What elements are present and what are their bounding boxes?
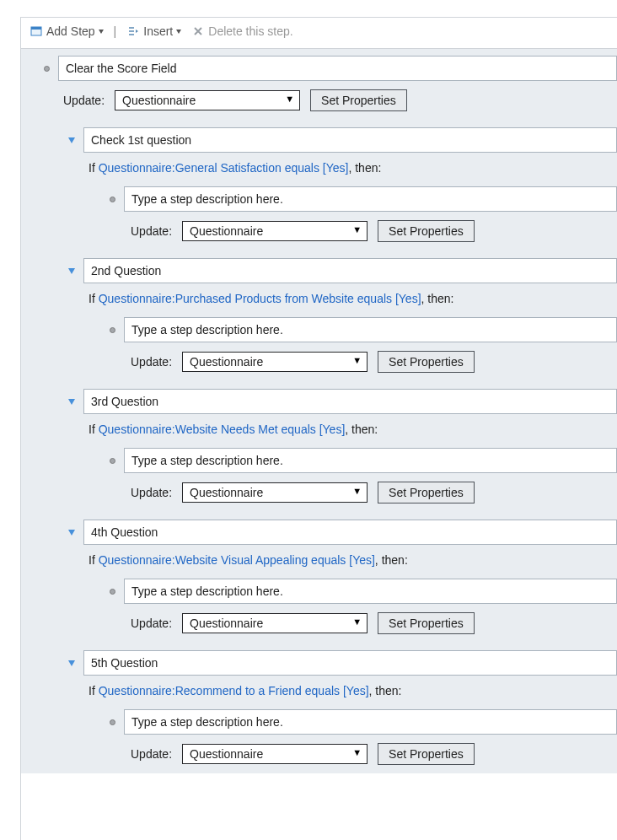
set-properties-label: Set Properties bbox=[389, 617, 464, 630]
set-properties-button[interactable]: Set Properties bbox=[310, 89, 407, 111]
condition-row: If Questionnaire:Website Visual Appealin… bbox=[21, 545, 617, 572]
expand-icon[interactable] bbox=[67, 527, 77, 537]
condition-header[interactable]: 4th Question bbox=[21, 520, 617, 545]
entity-select-value: Questionnaire bbox=[190, 486, 263, 499]
step-description-input[interactable]: Clear the Score Field bbox=[58, 56, 617, 81]
insert-label: Insert bbox=[143, 24, 173, 38]
question-section: 4th Question If Questionnaire:Website Vi… bbox=[21, 512, 617, 643]
question-section: 2nd Question If Questionnaire:Purchased … bbox=[21, 250, 617, 381]
update-label: Update: bbox=[63, 94, 105, 107]
step-description-placeholder: Type a step description here. bbox=[131, 584, 283, 598]
entity-select[interactable]: Questionnaire ▼ bbox=[182, 221, 368, 241]
if-prefix: If bbox=[89, 161, 99, 175]
condition-title-input[interactable]: 4th Question bbox=[83, 520, 617, 545]
condition-row: If Questionnaire:Website Needs Met equal… bbox=[21, 414, 617, 441]
condition-title-input[interactable]: 3rd Question bbox=[83, 389, 617, 414]
delete-icon bbox=[191, 24, 205, 38]
condition-row: If Questionnaire:Purchased Products from… bbox=[21, 283, 617, 310]
step-description-placeholder: Type a step description here. bbox=[131, 323, 283, 337]
add-step-button[interactable]: Add Step bbox=[26, 23, 107, 40]
expand-icon[interactable] bbox=[67, 658, 77, 668]
set-properties-button[interactable]: Set Properties bbox=[378, 220, 475, 242]
entity-select[interactable]: Questionnaire ▼ bbox=[182, 744, 368, 764]
step-description-input[interactable]: Type a step description here. bbox=[124, 448, 617, 473]
update-row: Update: Questionnaire ▼ Set Properties bbox=[21, 473, 617, 512]
entity-select-value: Questionnaire bbox=[190, 355, 263, 369]
step-description-input[interactable]: Type a step description here. bbox=[124, 709, 617, 735]
condition-link[interactable]: Questionnaire:Website Needs Met equals [… bbox=[99, 423, 346, 436]
update-row: Update: Questionnaire ▼ Set Properties bbox=[21, 212, 617, 250]
update-row: Update: Questionnaire ▼ Set Properties bbox=[21, 604, 617, 643]
set-properties-button[interactable]: Set Properties bbox=[378, 351, 475, 373]
step-row[interactable]: Type a step description here. bbox=[21, 709, 617, 735]
steps-area: Clear the Score Field Update: Questionna… bbox=[21, 48, 617, 773]
step-row[interactable]: Type a step description here. bbox=[21, 186, 617, 212]
expand-icon[interactable] bbox=[67, 396, 77, 407]
step-description-input[interactable]: Type a step description here. bbox=[124, 186, 617, 212]
step-row[interactable]: Type a step description here. bbox=[21, 317, 617, 342]
entity-select[interactable]: Questionnaire ▼ bbox=[182, 352, 368, 372]
svg-rect-1 bbox=[31, 27, 41, 30]
delete-step-button[interactable]: Delete this step. bbox=[188, 23, 296, 40]
page-icon bbox=[30, 24, 43, 38]
bullet-icon bbox=[107, 194, 117, 204]
update-label: Update: bbox=[131, 486, 172, 499]
if-prefix: If bbox=[89, 292, 99, 305]
condition-link[interactable]: Questionnaire:General Satisfaction equal… bbox=[99, 161, 349, 175]
question-section: 3rd Question If Questionnaire:Website Ne… bbox=[21, 381, 617, 512]
insert-button[interactable]: Insert bbox=[123, 23, 185, 40]
step-description-placeholder: Type a step description here. bbox=[131, 192, 283, 206]
chevron-down-icon bbox=[176, 30, 181, 34]
entity-select-value: Questionnaire bbox=[122, 94, 196, 107]
step-description-input[interactable]: Type a step description here. bbox=[124, 579, 617, 604]
then-suffix: , then: bbox=[348, 161, 381, 175]
toolbar: Add Step | Insert Delete this step. bbox=[21, 18, 617, 48]
step-row[interactable]: Type a step description here. bbox=[21, 579, 617, 604]
condition-header[interactable]: Check 1st question bbox=[21, 127, 617, 153]
expand-icon[interactable] bbox=[67, 266, 77, 276]
entity-select[interactable]: Questionnaire ▼ bbox=[182, 613, 368, 633]
condition-title-value: 4th Question bbox=[91, 525, 158, 539]
condition-link[interactable]: Questionnaire:Website Visual Appealing e… bbox=[99, 553, 375, 567]
set-properties-button[interactable]: Set Properties bbox=[378, 612, 475, 634]
condition-title-value: 3rd Question bbox=[91, 395, 158, 408]
entity-select[interactable]: Questionnaire ▼ bbox=[115, 90, 300, 110]
set-properties-label: Set Properties bbox=[389, 747, 464, 761]
set-properties-label: Set Properties bbox=[389, 224, 464, 238]
set-properties-button[interactable]: Set Properties bbox=[378, 743, 475, 765]
condition-link[interactable]: Questionnaire:Purchased Products from We… bbox=[99, 292, 421, 305]
workflow-editor: Add Step | Insert Delete this step. Clea… bbox=[20, 17, 617, 840]
bullet-icon bbox=[41, 63, 51, 73]
chevron-down-icon: ▼ bbox=[352, 355, 362, 365]
step-row[interactable]: Type a step description here. bbox=[21, 448, 617, 473]
entity-select-value: Questionnaire bbox=[190, 617, 263, 630]
chevron-down-icon: ▼ bbox=[352, 617, 362, 627]
bullet-icon bbox=[107, 325, 117, 335]
condition-header[interactable]: 2nd Question bbox=[21, 258, 617, 283]
condition-title-value: Check 1st question bbox=[91, 133, 191, 147]
expand-icon[interactable] bbox=[67, 135, 77, 145]
condition-title-input[interactable]: Check 1st question bbox=[83, 127, 617, 153]
set-properties-label: Set Properties bbox=[321, 94, 396, 107]
set-properties-button[interactable]: Set Properties bbox=[378, 482, 475, 503]
chevron-down-icon: ▼ bbox=[352, 224, 362, 234]
if-prefix: If bbox=[89, 553, 99, 567]
if-prefix: If bbox=[89, 684, 99, 697]
condition-header[interactable]: 5th Question bbox=[21, 650, 617, 676]
step-description-placeholder: Type a step description here. bbox=[131, 715, 283, 729]
questions-container: Check 1st question If Questionnaire:Gene… bbox=[21, 120, 617, 773]
entity-select[interactable]: Questionnaire ▼ bbox=[182, 482, 368, 503]
delete-label: Delete this step. bbox=[208, 24, 292, 38]
bullet-icon bbox=[107, 586, 117, 596]
condition-title-input[interactable]: 5th Question bbox=[83, 650, 617, 676]
condition-title-input[interactable]: 2nd Question bbox=[83, 258, 617, 283]
step-row[interactable]: Clear the Score Field bbox=[21, 56, 617, 81]
then-suffix: , then: bbox=[345, 423, 378, 436]
condition-header[interactable]: 3rd Question bbox=[21, 389, 617, 414]
update-row: Update: Questionnaire ▼ Set Properties bbox=[21, 342, 617, 381]
condition-link[interactable]: Questionnaire:Recommend to a Friend equa… bbox=[99, 684, 369, 697]
step-description-input[interactable]: Type a step description here. bbox=[124, 317, 617, 342]
update-row: Update: Questionnaire ▼ Set Properties bbox=[21, 735, 617, 773]
if-prefix: If bbox=[89, 423, 99, 436]
then-suffix: , then: bbox=[421, 292, 454, 305]
